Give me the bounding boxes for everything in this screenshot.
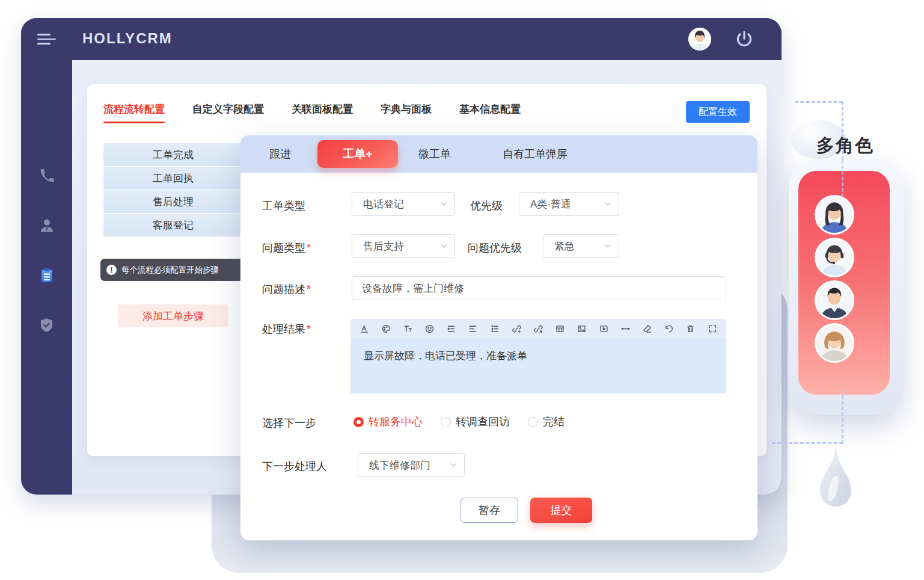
list-item-aftersales[interactable]: 售后处理 — [103, 190, 243, 214]
apply-config-button[interactable]: 配置生效 — [686, 101, 750, 123]
config-tabs: 流程流转配置 自定义字段配置 关联面板配置 字典与面板 基本信息配置 — [103, 102, 521, 123]
notice-text: 每个流程必须配置开始步骤 — [121, 265, 219, 276]
role-avatar-1 — [815, 195, 854, 235]
undo-icon[interactable] — [663, 323, 675, 335]
radio-finish[interactable]: 完结 — [528, 415, 564, 429]
text-format-icon[interactable] — [358, 323, 370, 335]
image-icon[interactable] — [576, 323, 588, 335]
screenshot-canvas: HOLLYCRM — [0, 0, 924, 580]
next-step-radio-group: 转服务中心 转调查回访 完结 — [353, 415, 564, 429]
role-avatar-3 — [815, 280, 854, 320]
submit-button[interactable]: 提交 — [530, 498, 592, 523]
app-title: HOLLYCRM — [82, 30, 173, 47]
issue-priority-label: 问题优先级 — [468, 241, 522, 255]
issue-desc-label: 问题描述* — [262, 282, 311, 297]
user-avatar[interactable] — [688, 28, 711, 51]
indent-icon[interactable] — [445, 323, 457, 335]
app-header: HOLLYCRM — [21, 18, 782, 60]
radio-icon — [528, 417, 538, 427]
dashed-line-vertical-mid — [842, 160, 843, 197]
next-step-label: 选择下一步 — [262, 416, 316, 430]
table-icon[interactable] — [554, 323, 566, 335]
link-add-icon[interactable] — [510, 323, 522, 335]
chevron-down-icon — [440, 242, 447, 250]
ticket-type-label: 工单类型 — [262, 199, 305, 213]
emoji-icon[interactable] — [424, 323, 436, 335]
tab-followup[interactable]: 跟进 — [269, 135, 291, 173]
tab-own-order-popup[interactable]: 自有工单弹屏 — [503, 135, 568, 173]
work-order-icon — [38, 267, 55, 284]
chevron-down-icon — [604, 200, 611, 208]
fullscreen-icon[interactable] — [706, 323, 718, 335]
horizontal-line-icon[interactable] — [619, 323, 631, 335]
work-order-modal: 跟进 工单+ 微工单 自有工单弹屏 工单类型 电话登记 优先级 A类-普通 问题… — [240, 135, 757, 540]
list-item-order-complete[interactable]: 工单完成 — [103, 143, 243, 167]
link-remove-icon[interactable] — [533, 323, 545, 335]
tab-basic-info[interactable]: 基本信息配置 — [459, 102, 521, 123]
role-avatar-4 — [815, 323, 854, 363]
trash-icon[interactable] — [685, 323, 697, 335]
video-icon[interactable] — [598, 323, 610, 335]
tab-flow-config[interactable]: 流程流转配置 — [103, 102, 165, 123]
add-step-button[interactable]: 添加工单步骤 — [118, 304, 228, 327]
issue-desc-input[interactable] — [352, 276, 726, 300]
menu-icon[interactable] — [37, 34, 57, 46]
dashed-line-bottom — [772, 442, 843, 444]
list-item-service-register[interactable]: 客服登记 — [103, 214, 243, 237]
result-editor-body[interactable]: 显示屏故障，电话已受理，准备派单 — [350, 339, 726, 393]
sidebar-item-security[interactable] — [21, 309, 72, 341]
sidebar — [21, 60, 72, 495]
font-size-icon[interactable] — [402, 323, 414, 335]
radio-survey-callback[interactable]: 转调查回访 — [441, 415, 510, 429]
ticket-type-select[interactable]: 电话登记 — [352, 192, 455, 216]
save-draft-button[interactable]: 暂存 — [460, 498, 518, 523]
power-icon[interactable] — [734, 29, 754, 49]
priority-label: 优先级 — [470, 199, 503, 213]
tab-custom-fields[interactable]: 自定义字段配置 — [192, 102, 264, 123]
list-icon[interactable] — [489, 323, 501, 335]
contacts-icon — [38, 217, 55, 234]
role-avatar-2 — [815, 238, 854, 277]
chevron-down-icon — [604, 242, 611, 250]
tab-linked-panel[interactable]: 关联面板配置 — [292, 102, 353, 123]
notice-tooltip: ! 每个流程必须配置开始步骤 — [100, 259, 243, 281]
priority-select[interactable]: A类-普通 — [519, 192, 619, 216]
rich-text-editor: 显示屏故障，电话已受理，准备派单 — [350, 319, 726, 394]
sidebar-item-work-order[interactable] — [21, 260, 72, 291]
phone-icon — [38, 168, 55, 184]
chevron-down-icon — [450, 461, 457, 469]
radio-icon — [441, 417, 451, 427]
sidebar-item-phone[interactable] — [21, 160, 72, 191]
exclamation-icon: ! — [106, 265, 117, 275]
dashed-line-vertical-lower — [842, 390, 843, 444]
issue-priority-select[interactable]: 紧急 — [543, 234, 619, 258]
dashed-line-top — [795, 101, 843, 103]
result-label: 处理结果* — [262, 322, 311, 336]
list-item-order-receipt[interactable]: 工单回执 — [103, 167, 243, 190]
tab-micro-order[interactable]: 微工单 — [418, 135, 451, 173]
palette-icon[interactable] — [380, 323, 392, 335]
shield-icon — [38, 317, 55, 333]
issue-type-label: 问题类型* — [262, 241, 311, 255]
multi-role-label: 多角色 — [816, 134, 874, 158]
next-handler-select[interactable]: 线下维修部门 — [358, 453, 465, 477]
modal-tab-bar: 跟进 工单+ 微工单 自有工单弹屏 — [240, 135, 757, 173]
chevron-down-icon — [440, 200, 447, 208]
role-panel-container — [789, 159, 904, 415]
align-icon[interactable] — [467, 323, 479, 335]
sidebar-item-contacts[interactable] — [21, 210, 72, 241]
next-handler-label: 下一步处理人 — [262, 459, 327, 474]
workflow-step-list: 工单完成 工单回执 售后处理 客服登记 — [103, 143, 243, 237]
issue-type-select[interactable]: 售后支持 — [352, 234, 455, 258]
radio-icon — [353, 417, 364, 427]
avatar-face — [688, 28, 711, 51]
radio-service-center[interactable]: 转服务中心 — [353, 415, 423, 429]
editor-toolbar — [350, 319, 726, 339]
tab-work-order[interactable]: 工单+ — [317, 140, 398, 168]
eraser-icon[interactable] — [641, 323, 653, 335]
droplet-decoration — [813, 445, 858, 519]
tab-dictionary-panel[interactable]: 字典与面板 — [381, 102, 432, 123]
